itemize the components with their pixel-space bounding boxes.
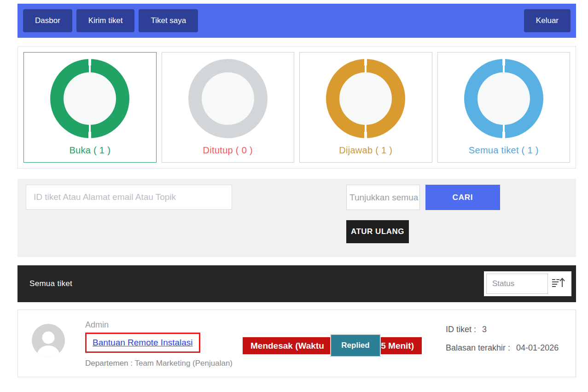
show-all-select[interactable]: Tunjukkan semua bbox=[346, 185, 420, 210]
reset-button[interactable]: ATUR ULANG bbox=[346, 220, 409, 243]
stat-card-label: Dijawab ( 1 ) bbox=[339, 145, 392, 156]
stat-card-label: Semua tiket ( 1 ) bbox=[469, 145, 539, 156]
answered-donut-chart bbox=[326, 59, 405, 138]
ticket-department: Departemen : Team Marketing (Penjualan) bbox=[85, 359, 233, 368]
ticket-main-info: Admin Bantuan Remote Instalasi Departeme… bbox=[85, 320, 233, 368]
nav-kirim-tiket-button[interactable]: Kirim tiket bbox=[76, 9, 135, 32]
nav-tiket-saya-button[interactable]: Tiket saya bbox=[139, 9, 198, 32]
dashboard-page: Dasbor Kirim tiket Tiket saya Keluar Buk… bbox=[0, 0, 588, 377]
ticket-meta: ID tiket : 3 Balasan terakhir : 04-01-20… bbox=[446, 325, 559, 362]
stat-card-label: Buka ( 1 ) bbox=[69, 145, 111, 156]
stat-card-label: Ditutup ( 0 ) bbox=[203, 145, 253, 156]
last-reply-row: Balasan terakhir : 04-01-2026 bbox=[446, 343, 559, 353]
list-title: Semua tiket bbox=[29, 279, 72, 288]
stat-card-open[interactable]: Buka ( 1 ) bbox=[23, 52, 157, 163]
logout-button[interactable]: Keluar bbox=[524, 9, 571, 32]
replied-status-badge: Replied bbox=[330, 334, 381, 357]
stats-cards-panel: Buka ( 1 ) Ditutup ( 0 ) Dijawab ( 1 ) S… bbox=[17, 46, 576, 169]
ticket-row: Admin Bantuan Remote Instalasi Departeme… bbox=[17, 310, 576, 377]
top-navbar: Dasbor Kirim tiket Tiket saya Keluar bbox=[17, 4, 576, 38]
all-tickets-donut-chart bbox=[464, 59, 543, 138]
ticket-list-header: Semua tiket Status bbox=[17, 265, 576, 302]
stat-card-closed[interactable]: Ditutup ( 0 ) bbox=[162, 52, 295, 163]
sort-amount-up-icon[interactable] bbox=[548, 274, 569, 294]
search-input[interactable] bbox=[26, 185, 232, 210]
last-reply-label: Balasan terakhir : bbox=[446, 343, 510, 352]
search-button[interactable]: CARI bbox=[425, 185, 500, 210]
department-value: Team Marketing (Penjualan) bbox=[134, 359, 233, 368]
department-label: Departemen : bbox=[85, 359, 133, 368]
ticket-subject-link[interactable]: Bantuan Remote Instalasi bbox=[93, 338, 193, 347]
last-reply-value: 04-01-2026 bbox=[516, 343, 559, 352]
status-filter-box: Status bbox=[484, 271, 571, 296]
closed-donut-chart bbox=[188, 59, 268, 138]
priority-badge: Mendesak (Waktu - 15 Menit) Replied bbox=[243, 337, 422, 354]
search-panel: Tunjukkan semua CARI ATUR ULANG bbox=[17, 179, 576, 257]
nav-dasbor-button[interactable]: Dasbor bbox=[23, 9, 72, 32]
ticket-id-row: ID tiket : 3 bbox=[446, 325, 559, 334]
ticket-author: Admin bbox=[85, 320, 233, 330]
priority-text-left: Mendesak (Waktu bbox=[250, 341, 324, 351]
open-donut-chart bbox=[50, 59, 129, 138]
ticket-subject-highlight-box: Bantuan Remote Instalasi bbox=[85, 333, 200, 353]
ticket-id-value: 3 bbox=[482, 325, 487, 334]
user-avatar bbox=[32, 324, 65, 357]
ticket-id-label: ID tiket : bbox=[446, 325, 476, 334]
status-select[interactable]: Status bbox=[486, 274, 548, 294]
stat-card-answered[interactable]: Dijawab ( 1 ) bbox=[299, 52, 432, 163]
search-controls: Tunjukkan semua CARI ATUR ULANG bbox=[346, 185, 500, 243]
stat-card-all[interactable]: Semua tiket ( 1 ) bbox=[437, 52, 571, 163]
